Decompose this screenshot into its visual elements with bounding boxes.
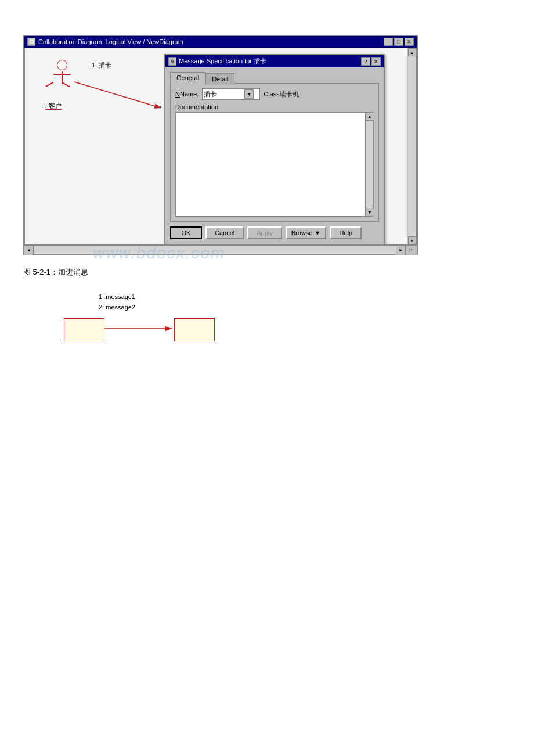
doc-scroll-track [366,121,373,208]
scroll-left-button[interactable]: ◄ [24,246,34,255]
tab-general-content: NName: ▼ Class读卡机 Documentation [170,83,379,222]
sequence-diagram: 1: message1 2: message2 [46,289,232,359]
collab-window-title: Collaboration Diagram: Logical View / Ne… [38,38,183,45]
svg-line-0 [74,82,161,108]
dialog-tabs: General Detail [170,72,379,84]
dialog-title-controls: ? ✕ [361,57,381,66]
apply-button[interactable]: Apply [247,226,282,239]
name-field-label: NName: [175,91,199,98]
close-button[interactable]: ✕ [405,38,414,46]
dialog-title-text: Message Specification for 插卡 [179,57,266,66]
message1-label: 1: message1 [99,292,135,303]
documentation-label: Documentation [175,103,374,110]
dialog-close-button[interactable]: ✕ [371,57,381,66]
collab-scrollbar: ▲ ▼ [407,48,416,244]
sequence-box-right [174,318,215,341]
actor-arms [53,74,71,75]
collab-diagram-window: 🖼 Collaboration Diagram: Logical View / … [23,35,418,255]
collab-titlebar-left: 🖼 Collaboration Diagram: Logical View / … [27,38,183,46]
actor-arrow [68,76,173,111]
actor-figure [57,60,67,84]
dialog-buttons: OK Cancel Apply Browse ▼ Help [170,226,379,239]
name-row: NName: ▼ Class读卡机 [175,88,374,100]
doc-scroll-up-button[interactable]: ▲ [366,113,374,121]
figure-caption: 图 5-2-1：加进消息 [23,267,511,278]
name-dropdown-button[interactable]: ▼ [244,89,254,99]
customer-label: : 客户 [45,102,62,110]
connector-dot [160,106,161,108]
message-spec-dialog: ⚙ Message Specification for 插卡 ? ✕ Gener… [164,54,385,245]
collab-diagram-body: 1: 插卡 : 客户 ⚙ [24,48,417,245]
actor-body [57,71,67,84]
customer-name: : 客户 [45,102,62,110]
dialog-titlebar: ⚙ Message Specification for 插卡 ? ✕ [165,55,384,67]
ok-button[interactable]: OK [170,226,202,239]
help-button[interactable]: Help [330,226,362,239]
tab-general[interactable]: General [170,72,205,84]
doc-scrollbar: ▲ ▼ [365,113,373,216]
dialog-title-left: ⚙ Message Specification for 插卡 [168,57,266,66]
dialog-body: General Detail NName: ▼ [165,67,384,244]
message2-label: 2: message2 [99,303,135,313]
dialog-icon: ⚙ [168,57,176,66]
class-label: Class读卡机 [264,90,299,99]
minimize-button[interactable]: — [384,38,393,46]
bottom-scroll-track [34,246,396,254]
tab-detail[interactable]: Detail [205,73,234,85]
scroll-up-button[interactable]: ▲ [408,48,416,56]
sequence-box-left [64,318,104,341]
collab-bottom-bar: ◄ ► ☞ [24,245,417,254]
cancel-button[interactable]: Cancel [205,226,244,239]
actor-head [57,60,67,70]
sequence-arrow [104,325,174,333]
scroll-right-button[interactable]: ► [396,246,405,255]
sequence-messages: 1: message1 2: message2 [99,292,135,312]
name-input[interactable] [204,91,244,98]
collab-window-icon: 🖼 [27,38,35,46]
collab-titlebar: 🖼 Collaboration Diagram: Logical View / … [24,36,417,48]
hand-tool-button[interactable]: ☞ [405,246,417,255]
documentation-textarea[interactable] [176,113,365,216]
maximize-button[interactable]: □ [394,38,403,46]
doc-scroll-down-button[interactable]: ▼ [366,208,374,216]
scroll-down-button[interactable]: ▼ [408,236,416,244]
message-label-1: 1: 插卡 [92,61,111,70]
name-input-wrapper[interactable]: ▼ [202,88,260,100]
actor-leg-right [46,82,54,87]
dialog-help-button[interactable]: ? [361,57,370,66]
scroll-track [408,56,416,236]
documentation-area: ▲ ▼ [175,112,374,217]
collab-titlebar-controls: — □ ✕ [384,38,414,46]
browse-button[interactable]: Browse ▼ [286,226,327,239]
